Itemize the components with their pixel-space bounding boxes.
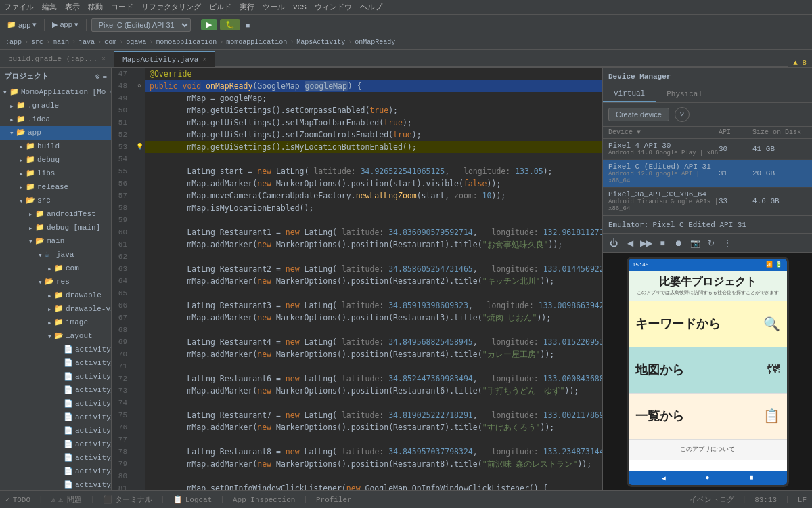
tree-item-release[interactable]: ▸ 📁 release xyxy=(0,180,111,194)
run-button[interactable]: ▶ xyxy=(201,19,217,30)
sidebar-gear-icon[interactable]: ⚙ xyxy=(95,72,100,81)
tree-item-activity-k6[interactable]: ▸ 📄 activity_k6.xml xyxy=(0,397,111,410)
menu-item-code[interactable]: コード xyxy=(111,2,133,12)
tree-item-res[interactable]: ▾ 📂 res xyxy=(0,275,111,289)
menu-keyword-section[interactable]: キーワードから 🔍 xyxy=(629,301,787,347)
menu-item-view[interactable]: 表示 xyxy=(65,2,80,12)
device-pixelc-name: Pixel C (Edited) API 31 xyxy=(608,163,719,171)
emu-ss-btn[interactable]: 📷 xyxy=(688,236,702,250)
emu-rec-btn[interactable]: ⏺ xyxy=(672,236,685,250)
code-line-80: 80 xyxy=(112,470,602,482)
tab-build-gradle-close[interactable]: × xyxy=(102,56,106,63)
tree-item-java[interactable]: ▾ ☕ java xyxy=(0,248,111,261)
tree-item-app[interactable]: ▾ 📂 app xyxy=(0,126,111,140)
tree-item-activity-list[interactable]: ▸ 📄 activity_list.xml xyxy=(0,424,111,438)
tree-item-libs[interactable]: ▸ 📁 libs xyxy=(0,167,111,180)
menu-item-file[interactable]: ファイル xyxy=(4,2,34,12)
menu-item-help[interactable]: ヘルプ xyxy=(360,2,382,12)
tree-item-debug[interactable]: ▸ 📁 debug xyxy=(0,153,111,167)
bc-java[interactable]: java xyxy=(78,39,95,46)
status-event-log[interactable]: イベントログ xyxy=(690,494,734,505)
status-app-inspection[interactable]: App Inspection xyxy=(233,496,295,504)
emu-more-btn[interactable]: ⋮ xyxy=(721,236,734,250)
create-device-button[interactable]: Create device xyxy=(608,108,669,121)
status-terminal[interactable]: ⬛ ターミナル xyxy=(103,494,152,505)
device-row-pixel4[interactable]: Pixel 4 API 30 Android 11.0 Google Play … xyxy=(603,139,812,160)
menu-item-edit[interactable]: 編集 xyxy=(42,2,57,12)
code-line-59: 59 xyxy=(112,214,602,226)
status-todo[interactable]: ✓ TODO xyxy=(5,495,30,504)
tree-item-activity-main-maps[interactable]: ▸ 📄 activity_main_maps.xml xyxy=(0,451,111,465)
status-problems[interactable]: ⚠ ⚠ 問題 xyxy=(51,494,83,505)
tab-build-gradle[interactable]: build.gradle (:ap... × xyxy=(0,51,114,67)
tree-item-idea[interactable]: ▸ 📁 .idea xyxy=(0,112,111,126)
tree-item-activity-our[interactable]: ▸ 📄 activity_our.xml xyxy=(0,478,111,490)
stop-button[interactable]: ■ xyxy=(243,18,253,33)
menu-item-navigate[interactable]: 移動 xyxy=(88,2,103,12)
tree-item-activity-k5[interactable]: ▸ 📄 activity_k5.xml xyxy=(0,383,111,397)
bc-ogawa[interactable]: ogawa xyxy=(126,39,146,46)
tree-item-build[interactable]: ▸ 📁 build xyxy=(0,140,111,153)
emu-power-btn[interactable]: ⏻ xyxy=(607,236,621,250)
menu-list-section[interactable]: 一覧から 📋 xyxy=(629,394,787,440)
tree-item-main[interactable]: ▾ 📂 main xyxy=(0,234,111,248)
nav-back-btn[interactable]: ◀ xyxy=(662,474,666,482)
tree-item-com[interactable]: ▸ 📁 com xyxy=(0,261,111,275)
tree-item-drawable[interactable]: ▸ 📁 drawable xyxy=(0,289,111,302)
emu-next-btn[interactable]: ▶▶ xyxy=(639,236,653,250)
tree-item-androidtest[interactable]: ▸ 📁 androidTest xyxy=(0,207,111,221)
tree-item-layout[interactable]: ▾ 📂 layout xyxy=(0,329,111,343)
tree-item-activity-main[interactable]: ▸ 📄 activity_main.xml xyxy=(0,438,111,451)
bc-mapsactivity[interactable]: MapsActivity xyxy=(296,39,345,46)
nav-recent-btn[interactable]: ■ xyxy=(749,474,753,482)
tree-item-gradle[interactable]: ▸ 📁 .gradle xyxy=(0,99,111,112)
run-config-dropdown[interactable]: ▶ app ▾ xyxy=(49,18,81,33)
java-folder-icon: ☕ xyxy=(45,250,54,259)
menu-item-vcs[interactable]: VCS xyxy=(293,3,307,12)
menu-map-section[interactable]: 地図から 🗺 xyxy=(629,347,787,394)
tree-item-activity-maps[interactable]: ▸ 📄 activity_maps.xml xyxy=(0,465,111,478)
debug-button[interactable]: 🐛 xyxy=(220,19,240,30)
about-section[interactable]: このアプリについて xyxy=(629,440,787,460)
tree-item-activity-hiba[interactable]: ▸ 📄 activity_hiba.xml xyxy=(0,343,111,356)
bc-src[interactable]: src xyxy=(31,39,43,46)
device-row-pixel3a[interactable]: Pixel_3a_API_33_x86_64 Android Tiramisu … xyxy=(603,188,812,215)
tab-physical[interactable]: Physical xyxy=(656,85,713,102)
tree-item-activity-keyword[interactable]: ▸ 📄 activity_keyword.xml xyxy=(0,410,111,424)
status-profiler[interactable]: Profiler xyxy=(316,496,352,504)
menu-item-tools[interactable]: ツール xyxy=(263,2,285,12)
code-editor[interactable]: 47 @Override 48 ○ public void onMapReady… xyxy=(112,68,602,490)
tree-item-src[interactable]: ▾ 📂 src xyxy=(0,194,111,207)
project-dropdown[interactable]: 📁 app ▾ xyxy=(4,18,39,33)
menu-item-run[interactable]: 実行 xyxy=(240,2,254,12)
menu-item-refactor[interactable]: リファクタリング xyxy=(141,2,201,12)
help-button[interactable]: ? xyxy=(675,107,690,122)
device-selector[interactable]: Pixel C (Edited) API 31 xyxy=(91,18,191,32)
tree-item-activity-k1[interactable]: ▸ 📄 activity_k1.xml xyxy=(0,356,111,370)
device-row-pixelc[interactable]: Pixel C (Edited) API 31 Android 12.0 goo… xyxy=(603,160,812,188)
nav-home-btn[interactable]: ● xyxy=(705,474,709,482)
tree-item-drawable-v24[interactable]: ▸ 📁 drawable-v24 xyxy=(0,302,111,316)
menu-item-window[interactable]: ウィンドウ xyxy=(315,2,352,12)
bc-momoapplication[interactable]: momoapplication xyxy=(156,39,217,46)
tree-item-debug-main[interactable]: ▸ 📁 debug [main] xyxy=(0,221,111,234)
bc-onmapready[interactable]: onMapReady xyxy=(355,39,395,46)
emu-rotate-btn[interactable]: ↻ xyxy=(704,236,718,250)
tree-item-activity-k4[interactable]: ▸ 📄 activity_k4.xml xyxy=(0,370,111,383)
bc-app[interactable]: :app xyxy=(5,39,22,46)
tree-root[interactable]: ▾ 📁 MomoApplication [Mo C:\... xyxy=(0,85,111,99)
device-tabs: Virtual Physical xyxy=(603,85,812,103)
status-logcat[interactable]: 📋 Logcat xyxy=(173,495,212,504)
emu-prev-btn[interactable]: ◀ xyxy=(623,236,637,250)
activity-main-maps-icon: 📄 xyxy=(64,453,73,463)
bc-momoapplication2[interactable]: momoapplication xyxy=(226,39,287,46)
emu-stop-btn[interactable]: ■ xyxy=(656,236,669,250)
tree-item-image[interactable]: ▸ 📁 image xyxy=(0,316,111,329)
bc-main[interactable]: main xyxy=(53,39,69,46)
tab-mapsactivity[interactable]: MapsActivity.java × xyxy=(114,51,215,67)
menu-item-build[interactable]: ビルド xyxy=(209,2,231,12)
bc-com[interactable]: com xyxy=(104,39,116,46)
tab-virtual[interactable]: Virtual xyxy=(603,85,656,102)
tab-mapsactivity-close[interactable]: × xyxy=(202,56,206,64)
sidebar-expand-icon[interactable]: ≡ xyxy=(102,72,107,81)
